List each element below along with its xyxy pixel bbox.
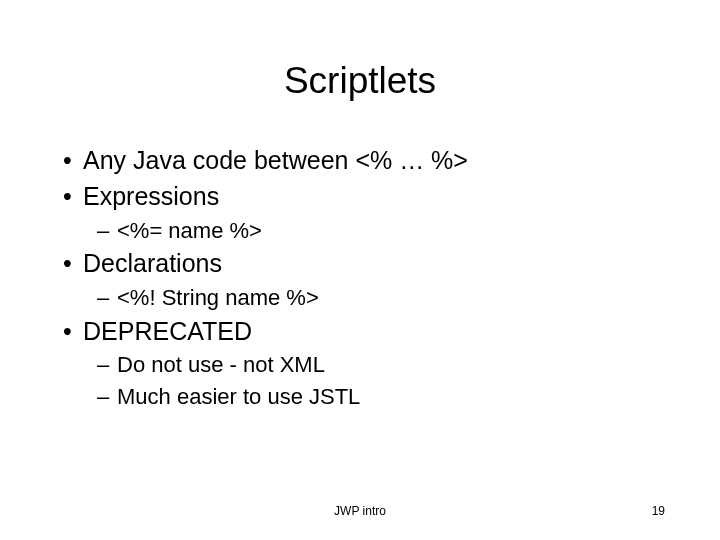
slide-content: Any Java code between <% … %> Expression… <box>55 144 665 412</box>
bullet-item: DEPRECATED <box>63 315 665 349</box>
bullet-subitem: Much easier to use JSTL <box>97 382 665 412</box>
footer-label: JWP intro <box>0 504 720 518</box>
bullet-item: Any Java code between <% … %> <box>63 144 665 178</box>
bullet-subitem: <%= name %> <box>97 216 665 246</box>
page-number: 19 <box>652 504 665 518</box>
bullet-subitem: <%! String name %> <box>97 283 665 313</box>
slide-title: Scriptlets <box>55 60 665 102</box>
slide: Scriptlets Any Java code between <% … %>… <box>0 0 720 540</box>
bullet-item: Declarations <box>63 247 665 281</box>
bullet-subitem: Do not use - not XML <box>97 350 665 380</box>
bullet-item: Expressions <box>63 180 665 214</box>
